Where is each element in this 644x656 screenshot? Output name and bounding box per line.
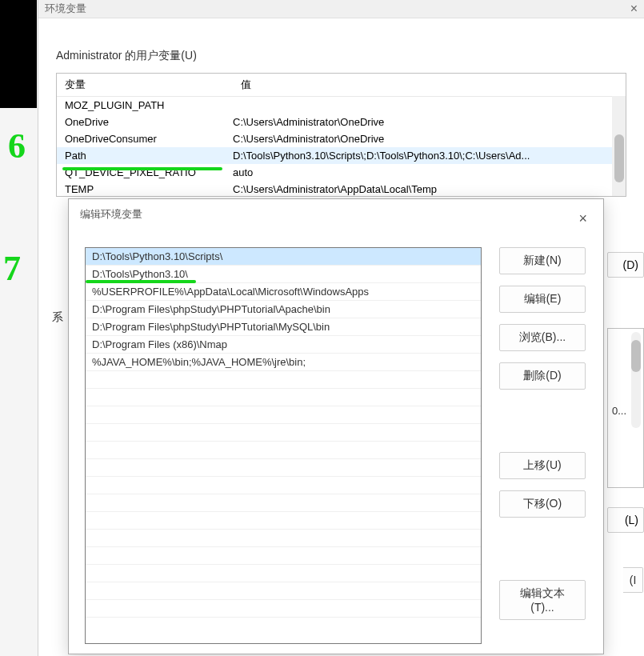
- new-button[interactable]: 新建(N): [499, 247, 586, 274]
- delete-button[interactable]: 删除(D): [499, 362, 586, 390]
- list-item-empty[interactable]: [86, 424, 481, 442]
- green-underline-python310: [86, 280, 196, 283]
- list-item-empty[interactable]: [86, 600, 481, 618]
- user-new-button-fragment[interactable]: (D): [607, 252, 644, 278]
- close-icon[interactable]: ×: [578, 210, 587, 227]
- list-item-empty[interactable]: [86, 547, 481, 565]
- list-item-empty[interactable]: [86, 371, 481, 389]
- table-row[interactable]: PathD:\Tools\Python3.10\Scripts\;D:\Tool…: [57, 147, 626, 164]
- list-item-empty[interactable]: [86, 406, 481, 424]
- table-row[interactable]: TEMPC:\Users\Administrator\AppData\Local…: [57, 181, 626, 197]
- var-name: MOZ_PLUGIN_PATH: [65, 99, 233, 111]
- list-item-empty[interactable]: [86, 459, 481, 477]
- var-name: Path: [65, 150, 233, 162]
- system-variables-table-fragment[interactable]: 0...: [607, 328, 644, 488]
- edit-text-button[interactable]: 编辑文本(T)...: [499, 580, 586, 620]
- list-item-empty[interactable]: [86, 530, 481, 547]
- table-row[interactable]: OneDriveC:\Users\Administrator\OneDrive: [57, 114, 626, 130]
- col-name[interactable]: 变量: [57, 74, 233, 96]
- edit-path-dialog: 编辑环境变量 × D:\Tools\Python3.10\Scripts\D:\…: [68, 198, 604, 654]
- var-value: C:\Users\Administrator\OneDrive: [233, 116, 618, 128]
- var-value: D:\Tools\Python3.10\Scripts\;D:\Tools\Py…: [233, 150, 618, 162]
- list-item[interactable]: D:\Program Files\phpStudy\PHPTutorial\Ap…: [86, 301, 481, 318]
- list-item-empty[interactable]: [86, 389, 481, 406]
- sys-scrollbar[interactable]: [631, 332, 641, 428]
- close-icon[interactable]: ×: [630, 2, 638, 16]
- user-variables-label: Administrator 的用户变量(U): [56, 49, 626, 63]
- user-variables-table[interactable]: 变量 值 MOZ_PLUGIN_PATHOneDriveC:\Users\Adm…: [56, 73, 626, 197]
- list-item-empty[interactable]: [86, 442, 481, 459]
- list-item[interactable]: D:\Tools\Python3.10\Scripts\: [86, 248, 481, 266]
- list-item-empty[interactable]: [86, 565, 481, 582]
- left-background: [0, 0, 37, 108]
- scrollbar-thumb[interactable]: [614, 134, 624, 182]
- list-item[interactable]: D:\Program Files (x86)\Nmap: [86, 336, 481, 354]
- table-row[interactable]: MOZ_PLUGIN_PATH: [57, 97, 626, 114]
- list-item-empty[interactable]: [86, 494, 481, 512]
- var-name: TEMP: [65, 183, 233, 195]
- edit-dialog-title: 编辑环境变量: [69, 199, 603, 230]
- scrollbar[interactable]: [612, 96, 626, 197]
- delete-button-fragment[interactable]: (I: [623, 567, 643, 593]
- system-variables-label-fragment: 系: [52, 310, 63, 325]
- move-up-button[interactable]: 上移(U): [499, 452, 586, 479]
- browse-button[interactable]: 浏览(B)...: [499, 324, 586, 351]
- edit-button[interactable]: 编辑(E): [499, 286, 586, 313]
- green-underline-path: [62, 167, 222, 170]
- table-row[interactable]: OneDriveConsumerC:\Users\Administrator\O…: [57, 130, 626, 147]
- var-value: [233, 99, 618, 111]
- var-name: OneDrive: [65, 116, 233, 128]
- annotation-7: 7: [3, 248, 21, 289]
- col-value[interactable]: 值: [233, 74, 626, 96]
- annotation-6: 6: [8, 126, 26, 166]
- var-name: OneDriveConsumer: [65, 133, 233, 145]
- path-entries-list[interactable]: D:\Tools\Python3.10\Scripts\D:\Tools\Pyt…: [85, 247, 482, 644]
- move-down-button[interactable]: 下移(O): [499, 490, 586, 518]
- list-item-empty[interactable]: [86, 477, 481, 494]
- list-item[interactable]: %JAVA_HOME%\bin;%JAVA_HOME%\jre\bin;: [86, 354, 481, 371]
- sys-edit-button-fragment[interactable]: (L): [607, 507, 644, 533]
- sys-scroll-thumb[interactable]: [631, 340, 641, 372]
- var-value: C:\Users\Administrator\OneDrive: [233, 133, 618, 145]
- var-value: auto: [233, 166, 618, 178]
- list-item[interactable]: D:\Program Files\phpStudy\PHPTutorial\My…: [86, 318, 481, 336]
- window-title: 环境变量: [38, 0, 644, 18]
- list-item-empty[interactable]: [86, 582, 481, 600]
- list-item-empty[interactable]: [86, 512, 481, 530]
- list-item[interactable]: %USERPROFILE%\AppData\Local\Microsoft\Wi…: [86, 283, 481, 301]
- table-header: 变量 值: [57, 74, 626, 97]
- sys-value-fragment: 0...: [612, 405, 626, 417]
- var-value: C:\Users\Administrator\AppData\Local\Tem…: [233, 183, 618, 195]
